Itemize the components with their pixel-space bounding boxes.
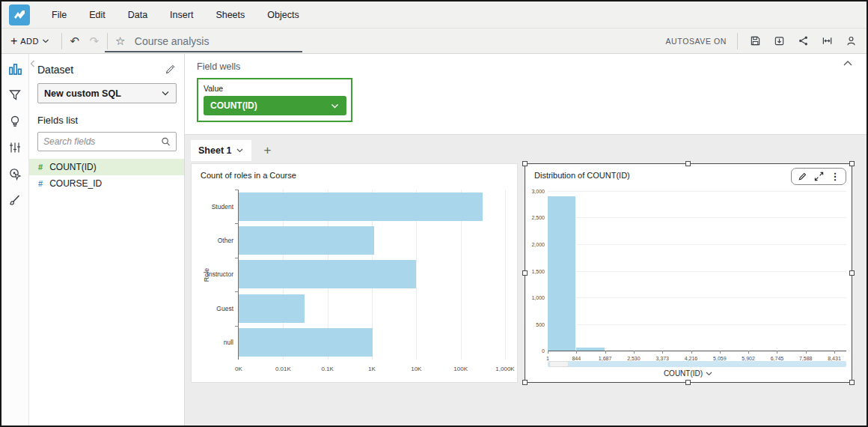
chevron-down-icon (705, 371, 713, 377)
parameters-icon[interactable] (6, 139, 24, 157)
selection-handle[interactable] (522, 270, 528, 276)
themes-icon[interactable] (6, 191, 24, 209)
bar-other[interactable] (239, 226, 374, 255)
bar-student[interactable] (239, 193, 483, 221)
gridline (548, 324, 846, 325)
selection-handle[interactable] (685, 161, 691, 166)
field-item-label: COUNT(ID) (49, 162, 97, 172)
app-window: FileEditDataInsertSheetsObjects + ADD ↶ … (0, 0, 868, 427)
bar-row: null (239, 326, 505, 360)
bar-row: Instructor (239, 258, 505, 291)
dist-histogram-plot: 3,0002,5002,0001,5001,000500018441,6872,… (548, 191, 846, 351)
selection-handle[interactable] (522, 161, 528, 166)
x-tick-label: 4,216 (685, 356, 698, 361)
category-label: Student (212, 203, 233, 211)
x-tick-label: 0.1K (321, 366, 333, 372)
save-icon[interactable] (745, 31, 765, 51)
gridline (548, 271, 846, 272)
selection-handle[interactable] (522, 380, 528, 385)
field-item-course-id[interactable]: #COURSE_ID (29, 175, 184, 192)
x-tick-label: 3,373 (655, 356, 669, 361)
field-wells-bar: Field wells Value COUNT(ID) (185, 54, 867, 135)
actions-icon[interactable] (6, 165, 24, 183)
x-tick-label: 1,000K (495, 366, 514, 372)
field-item-count-id-[interactable]: #COUNT(ID) (29, 159, 184, 175)
share-icon[interactable] (793, 31, 813, 51)
y-tick-label: 2,500 (531, 215, 545, 220)
x-tick-label: 1 (546, 356, 549, 361)
visual-title: Distribution of COUNT(ID) (534, 171, 630, 180)
autosave-status: AUTOSAVE ON (666, 37, 727, 46)
collapse-field-wells-chevron-up-icon[interactable] (843, 60, 853, 67)
histogram-x-scrollbar[interactable] (548, 361, 846, 367)
fields-list-label: Fields list (37, 115, 177, 126)
visual-card-distribution[interactable]: Distribution of COUNT(ID) ⋮ 3,0002,5002,… (525, 163, 852, 383)
selection-handle[interactable] (685, 380, 691, 385)
menu-item-file[interactable]: File (40, 1, 78, 28)
main-area: Dataset New custom SQL Fields list #COUN… (1, 54, 867, 426)
x-tick-label: 100K (453, 366, 468, 372)
selection-handle[interactable] (849, 270, 855, 276)
menu-item-data[interactable]: Data (117, 1, 159, 28)
menu-item-objects[interactable]: Objects (256, 1, 310, 28)
undo-button[interactable]: ↶ (65, 31, 85, 51)
visual-menu-kebab-icon[interactable]: ⋮ (828, 170, 842, 183)
fit-width-icon[interactable] (817, 31, 837, 51)
selection-handle[interactable] (849, 161, 855, 166)
selection-handle[interactable] (849, 380, 855, 385)
x-tick-label: 844 (572, 356, 581, 361)
value-well-pill[interactable]: COUNT(ID) (204, 96, 346, 115)
x-axis-title[interactable]: COUNT(ID) (525, 369, 852, 378)
edit-dataset-pencil-icon[interactable] (163, 63, 177, 76)
edit-visual-pencil-icon[interactable] (795, 170, 809, 183)
download-icon[interactable] (769, 31, 789, 51)
chevron-down-icon (42, 38, 49, 44)
sheet-tab[interactable]: Sheet 1 (191, 140, 251, 160)
menu-item-insert[interactable]: Insert (159, 1, 204, 28)
sheet-tab-label: Sheet 1 (198, 145, 231, 156)
category-label: Other (218, 237, 233, 244)
favorite-star-icon[interactable]: ☆ (111, 31, 130, 51)
search-fields-box (37, 132, 177, 151)
insights-icon[interactable] (6, 112, 24, 130)
add-sheet-button[interactable]: + (259, 143, 275, 158)
menu-item-sheets[interactable]: Sheets (204, 1, 256, 28)
left-icon-rail (1, 54, 29, 426)
visual-card-roles[interactable]: Count of roles in a Course Role 0K0.01K0… (191, 163, 518, 383)
histogram-bar[interactable] (548, 196, 576, 351)
histogram-bar[interactable] (576, 348, 605, 351)
hash-icon: # (38, 179, 43, 188)
x-tick-label: 0.01K (275, 366, 291, 372)
x-tick-label: 2,530 (627, 356, 641, 361)
collapse-panel-icon[interactable] (30, 60, 35, 67)
field-wells-title: Field wells (197, 61, 855, 72)
axis-tick (806, 351, 807, 354)
dataset-select[interactable]: New custom SQL (37, 83, 177, 103)
x-tick-label: 5,902 (742, 356, 755, 361)
value-well-label: Value (204, 84, 346, 93)
search-fields-input[interactable] (43, 136, 161, 147)
axis-tick (548, 351, 548, 354)
quicksight-logo-icon[interactable] (9, 4, 30, 25)
toolbar: + ADD ↶ ↷ ☆ Course analysis AUTOSAVE ON (1, 28, 867, 54)
axis-tick (834, 351, 835, 354)
user-icon[interactable] (841, 31, 861, 51)
y-tick-label: 3,000 (531, 189, 545, 194)
filter-icon[interactable] (6, 86, 24, 104)
add-button[interactable]: + ADD (1, 28, 58, 54)
analysis-title-field[interactable]: Course analysis (135, 35, 314, 47)
axis-tick (235, 258, 239, 258)
scrollbar-handle[interactable] (549, 361, 569, 367)
category-label: Instructor (207, 270, 233, 278)
axis-tick (691, 351, 692, 354)
menu-item-edit[interactable]: Edit (78, 1, 117, 28)
visualize-icon[interactable] (6, 60, 24, 78)
bar-null[interactable] (239, 328, 373, 357)
expand-visual-icon[interactable] (812, 170, 825, 183)
bar-guest[interactable] (239, 294, 305, 323)
axis-tick (235, 326, 239, 327)
bar-instructor[interactable] (239, 260, 416, 288)
gridline (548, 191, 846, 192)
redo-button[interactable]: ↷ (85, 31, 104, 51)
axis-tick (777, 351, 777, 354)
